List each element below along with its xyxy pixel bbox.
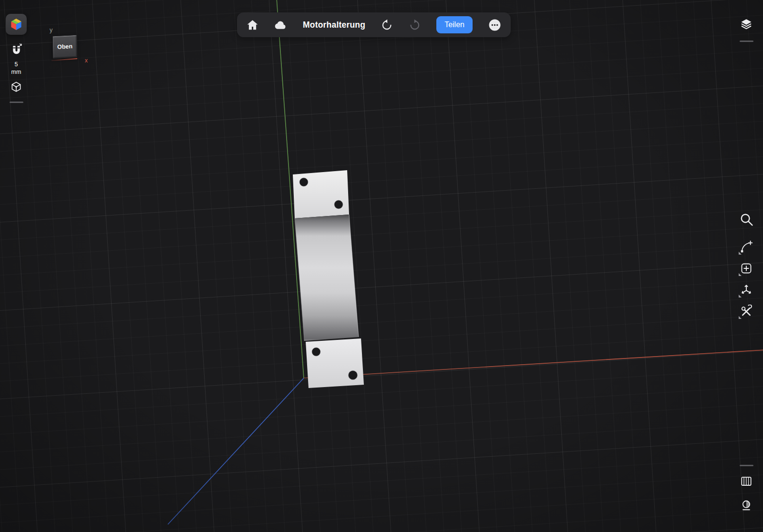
submenu-corner [739, 295, 742, 297]
cylinder-saddle [295, 215, 359, 341]
cloud-sync-icon [274, 20, 287, 30]
add-body-icon [740, 262, 753, 275]
model-motorhalterung[interactable] [0, 0, 763, 532]
app-menu-button[interactable] [6, 14, 27, 35]
sync-button[interactable] [274, 20, 287, 30]
grid-spacing-control[interactable]: 5 mm [11, 61, 21, 76]
section-view-button[interactable] [737, 473, 756, 490]
transform-icon [740, 283, 753, 297]
submenu-corner [739, 273, 742, 276]
tool-group [737, 238, 755, 320]
layers-button[interactable] [736, 14, 757, 35]
snap-magnet-icon [10, 43, 23, 57]
visual-style-button[interactable] [737, 497, 756, 514]
tools-icon [740, 305, 753, 318]
sketch-tool-button[interactable] [737, 238, 755, 256]
flange-top [293, 170, 349, 218]
snap-button[interactable] [10, 43, 23, 57]
layers-icon [740, 18, 753, 31]
grid-spacing-value: 5 [11, 61, 21, 69]
document-title[interactable]: Motorhalterung [303, 20, 365, 30]
more-button[interactable] [488, 19, 501, 31]
right-top-toolbar [735, 14, 757, 42]
hole-bottom-left [312, 348, 320, 356]
body-bracket[interactable] [293, 170, 364, 388]
hole-bottom-right [349, 371, 358, 380]
right-bottom-handle [740, 465, 753, 466]
add-body-button[interactable] [737, 260, 755, 277]
view-cube-face-label: Oben [57, 43, 73, 51]
visual-style-icon [740, 499, 753, 512]
tools-button[interactable] [737, 303, 755, 320]
section-view-icon [740, 475, 753, 488]
right-bottom-toolbar [735, 465, 757, 514]
share-button[interactable]: Teilen [436, 16, 473, 33]
flange-bottom [306, 338, 364, 388]
undo-icon [381, 19, 393, 31]
app-logo-icon [9, 17, 23, 31]
left-panel-handle [10, 102, 23, 103]
more-icon [488, 19, 501, 31]
axis-x-label: x [85, 57, 88, 64]
hole-top-left [299, 178, 308, 186]
redo-button[interactable] [409, 19, 421, 31]
left-toolbar: 5 mm [5, 14, 27, 103]
right-tool-rail [736, 210, 756, 320]
transform-tool-button[interactable] [737, 281, 755, 298]
view-cube-face[interactable]: Oben [52, 35, 78, 59]
hole-top-right [334, 200, 343, 209]
top-toolbar: Motorhalterung Teilen [237, 12, 511, 37]
home-button[interactable] [247, 19, 258, 31]
viewport[interactable] [0, 0, 763, 532]
submenu-corner [739, 252, 742, 255]
axis-y-label: y [50, 27, 52, 33]
undo-button[interactable] [381, 19, 393, 31]
app-window: Motorhalterung Teilen [0, 0, 763, 532]
view-cube[interactable]: y Oben x [46, 27, 90, 65]
home-icon [247, 19, 258, 31]
sketch-arc-icon [740, 240, 753, 254]
grid-spacing-unit: mm [11, 69, 21, 76]
right-top-handle [740, 41, 753, 42]
orientation-button[interactable] [10, 81, 23, 94]
search-button[interactable] [737, 210, 755, 228]
orientation-cube-icon [10, 81, 23, 94]
search-icon [739, 212, 754, 227]
submenu-corner [739, 316, 742, 319]
redo-icon [409, 19, 421, 31]
